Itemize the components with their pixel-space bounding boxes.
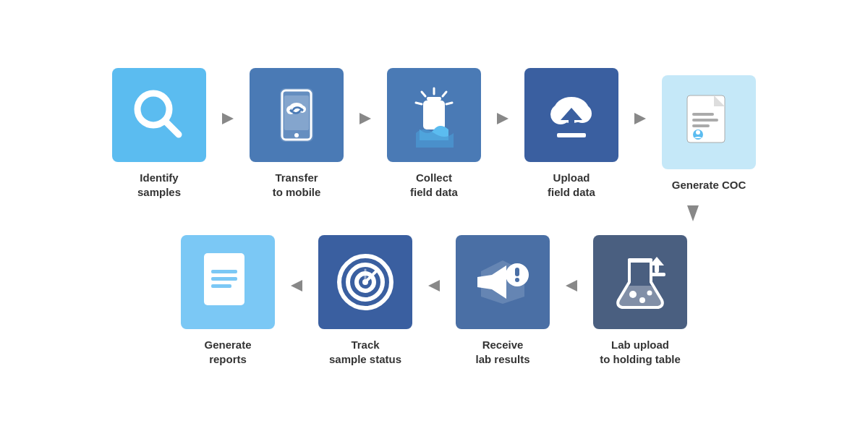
icon-box-transfer: [250, 68, 344, 162]
arrow-track-reports: [286, 277, 307, 294]
label-generate-coc: Generate COC: [672, 178, 746, 192]
report-icon: [195, 250, 260, 315]
icon-box-coc: [662, 75, 756, 169]
svg-marker-47: [428, 280, 440, 292]
svg-point-34: [696, 130, 700, 135]
svg-point-55: [629, 291, 637, 298]
svg-marker-35: [687, 205, 699, 221]
svg-line-15: [446, 103, 452, 104]
svg-rect-26: [557, 133, 586, 137]
svg-marker-54: [566, 280, 577, 292]
arrow-3-4: [492, 110, 514, 127]
svg-point-56: [639, 297, 645, 303]
svg-point-11: [294, 133, 299, 137]
step-transfer-mobile: Transfer to mobile: [239, 68, 354, 199]
svg-marker-12: [359, 113, 371, 124]
icon-box-track: [318, 235, 412, 329]
svg-marker-40: [291, 280, 302, 292]
label-lab-upload: Lab upload to holding table: [600, 338, 681, 366]
svg-point-53: [515, 278, 519, 282]
svg-rect-18: [427, 97, 441, 101]
lab-flask-icon: [608, 250, 673, 315]
svg-rect-19: [423, 101, 445, 129]
arrow-1-2: [217, 110, 239, 127]
arrow-4-5: [629, 110, 651, 127]
label-collect-field: Collect field data: [410, 171, 458, 199]
svg-point-46: [362, 279, 368, 285]
step-collect-field: Collect field data: [376, 68, 492, 199]
label-receive-lab: Receive lab results: [475, 338, 529, 366]
icon-box-collect: [387, 68, 481, 162]
svg-rect-52: [515, 268, 519, 276]
svg-line-1: [165, 121, 179, 135]
svg-marker-2: [222, 113, 234, 124]
alert-email-icon: [470, 250, 535, 315]
icon-box-upload: [524, 68, 618, 162]
arrow-2-3: [354, 110, 376, 127]
target-icon: [333, 250, 398, 315]
svg-rect-50: [477, 277, 492, 287]
mobile-icon: [264, 82, 329, 148]
svg-marker-20: [497, 113, 509, 124]
search-icon: [127, 82, 192, 148]
workflow-diagram: Identify samples: [87, 54, 781, 380]
label-transfer-mobile: Transfer to mobile: [273, 171, 321, 199]
step-lab-upload: Lab upload to holding table: [582, 235, 698, 366]
svg-marker-27: [634, 113, 646, 124]
cloud-upload-icon: [539, 82, 604, 148]
arrow-down-5-lab: [109, 203, 760, 224]
svg-rect-32: [692, 124, 710, 127]
icon-box-lab: [593, 235, 687, 329]
svg-point-57: [647, 291, 652, 296]
bottle-icon: [401, 82, 467, 148]
step-identify-samples: Identify samples: [101, 68, 217, 199]
svg-rect-30: [692, 113, 714, 116]
arrow-lab-receive: [561, 277, 582, 294]
svg-rect-37: [211, 270, 237, 273]
document-id-icon: [676, 90, 741, 155]
label-track-status: Track sample status: [329, 338, 401, 366]
step-track-status: Track sample status: [307, 235, 423, 366]
label-upload-field: Upload field data: [548, 171, 595, 199]
svg-rect-38: [211, 277, 237, 281]
step-generate-reports: Generate reports: [170, 235, 286, 366]
step-receive-lab: Receive lab results: [445, 235, 561, 366]
svg-line-14: [443, 92, 446, 96]
icon-box-identify: [112, 68, 206, 162]
svg-line-16: [422, 92, 425, 96]
workflow-row-2: Generate reports: [170, 235, 698, 366]
icon-box-reports: [181, 235, 275, 329]
arrow-receive-track: [423, 277, 445, 294]
svg-rect-58: [628, 258, 652, 263]
icon-box-receive: [456, 235, 550, 329]
label-generate-reports: Generate reports: [204, 338, 251, 366]
svg-line-17: [416, 103, 422, 104]
label-identify-samples: Identify samples: [137, 171, 181, 199]
svg-rect-39: [211, 284, 231, 288]
step-generate-coc: Generate COC: [651, 75, 767, 192]
svg-rect-31: [692, 119, 718, 122]
workflow-row-1: Identify samples: [101, 68, 767, 199]
step-upload-field: Upload field data: [514, 68, 629, 199]
svg-rect-61: [650, 273, 665, 276]
